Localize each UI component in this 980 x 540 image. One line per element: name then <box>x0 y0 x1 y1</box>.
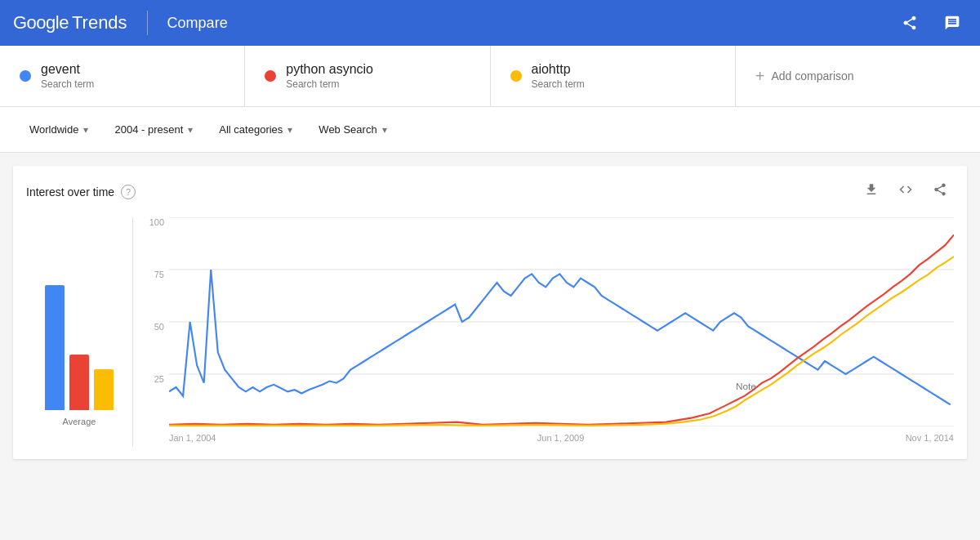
avg-bars <box>45 263 114 410</box>
y-label-100: 100 <box>149 217 164 227</box>
chart-title: Interest over time <box>26 185 114 199</box>
y-label-25: 25 <box>154 374 164 384</box>
blue-line <box>169 270 951 404</box>
y-label-75: 75 <box>154 270 164 279</box>
search-terms-bar: gevent Search term python asyncio Search… <box>0 46 980 107</box>
message-icon <box>944 15 960 31</box>
time-filter[interactable]: 2004 - present ▾ <box>105 117 203 142</box>
download-button[interactable] <box>858 179 885 204</box>
x-label-2014: Nov 1, 2014 <box>906 433 954 443</box>
interest-over-time-card: Interest over time ? <box>13 166 967 459</box>
embed-button[interactable] <box>892 179 920 204</box>
avg-bar-blue <box>45 285 65 410</box>
note-text: Note <box>736 381 756 391</box>
term-1-dot <box>20 70 31 82</box>
main-content: Interest over time ? <box>0 153 980 472</box>
download-icon <box>864 182 879 197</box>
message-button[interactable] <box>938 8 967 38</box>
red-line <box>169 234 954 425</box>
term-2-info: python asyncio Search term <box>286 62 373 90</box>
add-comparison-label: Add comparison <box>771 69 853 83</box>
region-filter[interactable]: Worldwide ▾ <box>20 117 98 142</box>
time-label: 2004 - present <box>114 123 183 136</box>
x-axis: Jan 1, 2004 Jun 1, 2009 Nov 1, 2014 <box>169 430 954 446</box>
term-3-dot <box>510 70 522 82</box>
term-1-name: gevent <box>41 62 94 77</box>
chart-actions <box>858 179 954 204</box>
term-3-type: Search term <box>532 78 585 90</box>
term-3-info: aiohttp Search term <box>532 62 585 90</box>
avg-bar-yellow <box>94 369 114 410</box>
logo: Google Trends <box>13 12 127 33</box>
avg-label: Average <box>63 417 96 426</box>
chart-container: Average 100 75 50 25 <box>26 217 954 446</box>
yellow-line <box>169 257 954 426</box>
add-comparison-button[interactable]: + Add comparison <box>736 46 980 106</box>
compare-label: Compare <box>167 15 228 32</box>
filters-bar: Worldwide ▾ 2004 - present ▾ All categor… <box>0 107 980 153</box>
header-divider <box>147 11 148 35</box>
chart-plot-area: Note <box>169 217 954 426</box>
help-icon[interactable]: ? <box>121 185 136 199</box>
line-chart-section: 100 75 50 25 <box>132 217 954 446</box>
avg-bar-red <box>69 355 89 410</box>
y-label-50: 50 <box>154 322 164 332</box>
app-header: Google Trends Compare <box>0 0 980 46</box>
time-arrow: ▾ <box>188 124 193 136</box>
term-1-info: gevent Search term <box>41 62 94 90</box>
term-1-type: Search term <box>41 78 94 90</box>
chart-share-button[interactable] <box>926 179 954 204</box>
header-icons <box>895 8 967 38</box>
y-axis: 100 75 50 25 <box>140 217 164 426</box>
term-2-type: Search term <box>286 78 373 90</box>
search-term-3[interactable]: aiohttp Search term <box>491 46 736 106</box>
chart-header: Interest over time ? <box>26 179 954 204</box>
category-arrow: ▾ <box>287 124 292 136</box>
chart-svg: Note <box>169 217 954 426</box>
search-type-filter[interactable]: Web Search ▾ <box>309 117 396 142</box>
share-button[interactable] <box>895 8 924 38</box>
region-label: Worldwide <box>29 123 78 136</box>
add-icon: + <box>755 67 765 86</box>
chart-title-area: Interest over time ? <box>26 185 136 199</box>
category-filter[interactable]: All categories ▾ <box>209 117 302 142</box>
x-label-2009: Jun 1, 2009 <box>537 433 585 443</box>
search-term-1[interactable]: gevent Search term <box>0 46 245 106</box>
search-term-2[interactable]: python asyncio Search term <box>245 46 490 106</box>
search-type-label: Web Search <box>318 123 376 136</box>
region-arrow: ▾ <box>83 124 88 136</box>
term-2-name: python asyncio <box>286 62 373 77</box>
chart-share-icon <box>933 182 947 197</box>
term-2-dot <box>265 70 276 82</box>
category-label: All categories <box>219 123 283 136</box>
share-icon <box>902 15 918 31</box>
search-type-arrow: ▾ <box>382 124 387 136</box>
trends-wordmark: Trends <box>72 12 127 33</box>
x-label-2004: Jan 1, 2004 <box>169 433 216 443</box>
embed-icon <box>898 182 913 197</box>
average-section: Average <box>26 217 132 446</box>
google-wordmark: Google <box>13 12 69 33</box>
term-3-name: aiohttp <box>532 62 585 77</box>
